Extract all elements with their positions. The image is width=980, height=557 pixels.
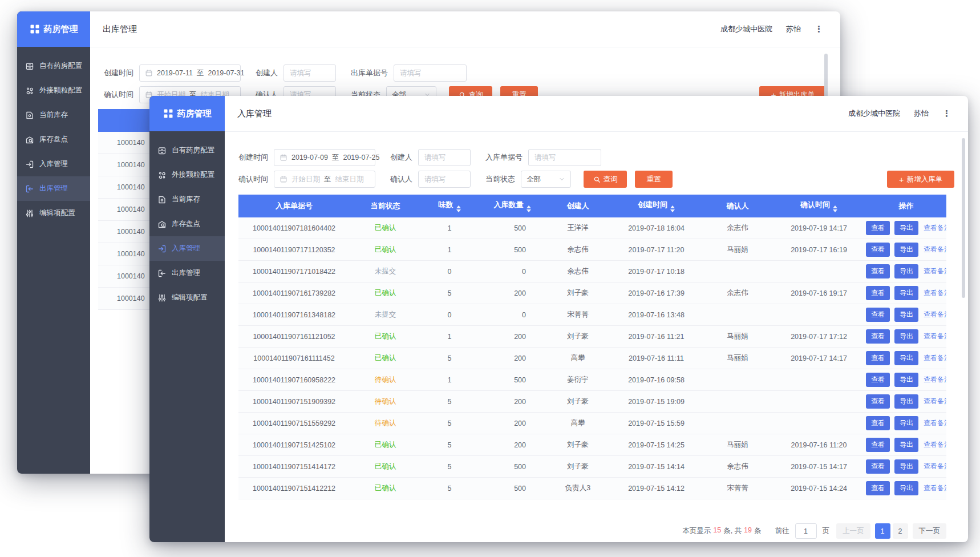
- view-note-link[interactable]: 查看备注: [924, 310, 946, 318]
- creator-input[interactable]: [418, 149, 471, 166]
- view-note-link[interactable]: 查看备注: [924, 332, 946, 340]
- sort-caret-icon[interactable]: [833, 205, 837, 212]
- view-button[interactable]: 查看: [866, 416, 890, 430]
- view-note-link[interactable]: 查看备注: [924, 354, 946, 362]
- column-header-label: 入库数量: [494, 200, 524, 209]
- view-note-link[interactable]: 查看备注: [924, 267, 946, 275]
- create-time-range-input[interactable]: 2019-07-11 至 2019-07-31: [139, 64, 241, 82]
- sidebar-item-stocktake[interactable]: 库存盘点: [17, 127, 90, 152]
- more-icon[interactable]: ⋮: [942, 108, 951, 119]
- column-header-confirmed_at[interactable]: 确认时间: [772, 195, 866, 217]
- export-button[interactable]: 导出: [894, 481, 918, 495]
- view-note-link[interactable]: 查看备注: [924, 376, 946, 384]
- sidebar-item-outbound-management[interactable]: 出库管理: [17, 176, 90, 201]
- order-no-cell: 100014011907171018422: [238, 261, 350, 282]
- sidebar-item-external-granule-config[interactable]: 外接颗粒配置: [17, 78, 90, 103]
- confirmed-at-cell: [772, 261, 866, 282]
- filter-panel: 创建时间 2019-07-11 至 2019-07-31 创建人 出库单据号 确…: [90, 47, 840, 103]
- export-button[interactable]: 导出: [894, 329, 918, 344]
- confirm-time-range-input[interactable]: 开始日期 至 结束日期: [274, 171, 375, 188]
- sort-caret-icon[interactable]: [670, 205, 675, 212]
- view-note-link[interactable]: 查看备注: [924, 245, 946, 253]
- view-button[interactable]: 查看: [866, 329, 890, 344]
- sidebar-item-external-granule-config[interactable]: 外接颗粒配置: [149, 163, 225, 187]
- sidebar-item-edit-item-config[interactable]: 编辑项配置: [149, 285, 225, 310]
- flavors-cell: 1: [421, 239, 478, 261]
- export-button[interactable]: 导出: [894, 416, 918, 430]
- sidebar-item-inbound-management[interactable]: 入库管理: [149, 236, 225, 261]
- add-inbound-order-button[interactable]: + 新增入库单: [887, 171, 954, 188]
- sidebar-item-current-inventory[interactable]: 当前库存: [149, 187, 225, 212]
- view-button[interactable]: 查看: [866, 373, 890, 387]
- view-note-link[interactable]: 查看备注: [924, 397, 946, 405]
- user-name[interactable]: 苏怡: [914, 108, 929, 119]
- sidebar-item-stocktake[interactable]: 库存盘点: [149, 212, 225, 236]
- export-button[interactable]: 导出: [894, 394, 918, 409]
- export-button[interactable]: 导出: [894, 351, 918, 365]
- view-button[interactable]: 查看: [866, 459, 890, 474]
- next-page-button[interactable]: 下一页: [913, 523, 947, 539]
- column-header-quantity[interactable]: 入库数量: [478, 195, 546, 217]
- export-button[interactable]: 导出: [894, 438, 918, 452]
- view-note-link[interactable]: 查看备注: [924, 441, 946, 449]
- page-number-button-1[interactable]: 1: [875, 523, 890, 539]
- view-button[interactable]: 查看: [866, 286, 890, 300]
- sidebar-item-outbound-management[interactable]: 出库管理: [149, 261, 225, 285]
- export-button[interactable]: 导出: [894, 373, 918, 387]
- prev-page-button[interactable]: 上一页: [836, 523, 870, 539]
- sidebar-item-own-pharmacy-config[interactable]: 自有药房配置: [17, 54, 90, 78]
- sidebar-item-own-pharmacy-config[interactable]: 自有药房配置: [149, 138, 225, 163]
- view-button[interactable]: 查看: [866, 264, 890, 278]
- view-button[interactable]: 查看: [866, 438, 890, 452]
- sidebar-item-label: 自有药房配置: [39, 61, 82, 71]
- view-note-link[interactable]: 查看备注: [924, 224, 946, 232]
- more-icon[interactable]: ⋮: [815, 24, 823, 34]
- user-name[interactable]: 苏怡: [786, 24, 801, 34]
- column-header-actions: 操作: [866, 195, 946, 217]
- date-start-placeholder: 开始日期: [291, 175, 320, 184]
- view-button[interactable]: 查看: [866, 243, 890, 257]
- view-note-link[interactable]: 查看备注: [924, 419, 946, 427]
- quantity-cell: 500: [478, 456, 546, 478]
- creator-input[interactable]: [284, 64, 336, 82]
- export-button[interactable]: 导出: [894, 264, 918, 278]
- export-button[interactable]: 导出: [894, 308, 918, 322]
- view-button[interactable]: 查看: [866, 308, 890, 322]
- creator-cell: 王洋洋: [546, 217, 609, 239]
- status-cell: 待确认: [350, 391, 421, 413]
- order-no-input[interactable]: [394, 64, 467, 82]
- view-button[interactable]: 查看: [866, 351, 890, 365]
- search-icon: [593, 176, 601, 183]
- goto-page-input[interactable]: [795, 523, 817, 539]
- order-no-cell: 100014011907181604402: [238, 217, 350, 239]
- view-note-link[interactable]: 查看备注: [924, 289, 946, 297]
- create-time-range-input[interactable]: 2019-07-09 至 2019-07-25: [274, 149, 375, 166]
- creator-cell: 刘子豪: [546, 282, 609, 304]
- view-note-link[interactable]: 查看备注: [924, 484, 946, 492]
- export-button[interactable]: 导出: [894, 286, 918, 300]
- sidebar-item-inbound-management[interactable]: 入库管理: [17, 152, 90, 176]
- confirmer-input[interactable]: [418, 171, 471, 188]
- sort-caret-icon[interactable]: [527, 205, 531, 212]
- sidebar-item-current-inventory[interactable]: 当前库存: [17, 103, 90, 127]
- view-note-link[interactable]: 查看备注: [924, 462, 946, 470]
- sort-caret-icon[interactable]: [456, 205, 461, 212]
- export-button[interactable]: 导出: [894, 243, 918, 257]
- sidebar-item-edit-item-config[interactable]: 编辑项配置: [17, 201, 90, 225]
- column-header-label: 入库单据号: [276, 201, 313, 210]
- status-select[interactable]: 全部: [521, 171, 571, 188]
- page-number-button-2[interactable]: 2: [893, 523, 908, 539]
- order-no-input[interactable]: [528, 149, 601, 166]
- confirmed-at-cell: [772, 304, 866, 326]
- column-header-flavors[interactable]: 味数: [421, 195, 478, 217]
- view-button[interactable]: 查看: [866, 481, 890, 495]
- column-header-created_at[interactable]: 创建时间: [609, 195, 703, 217]
- view-button[interactable]: 查看: [866, 394, 890, 409]
- confirmer-cell: 余志伟: [703, 282, 772, 304]
- search-button[interactable]: 查询: [584, 171, 627, 188]
- export-button[interactable]: 导出: [894, 221, 918, 235]
- view-button[interactable]: 查看: [866, 221, 890, 235]
- scrollbar[interactable]: [962, 138, 965, 298]
- export-button[interactable]: 导出: [894, 459, 918, 474]
- reset-button[interactable]: 重置: [635, 171, 673, 188]
